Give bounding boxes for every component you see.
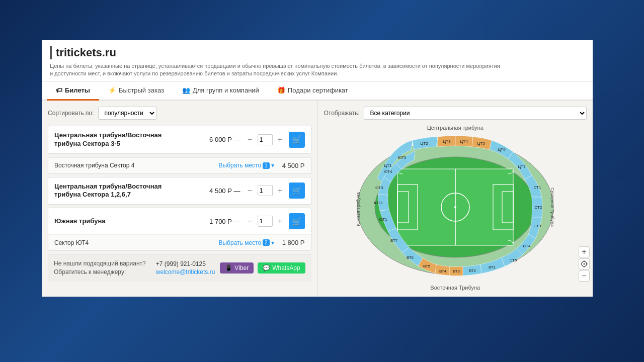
ticket-row-1-main: Центральная трибуна/Восточнаятрибуна Сек… [48, 126, 311, 153]
svg-text:СТ3: СТ3 [533, 224, 541, 228]
svg-text:ЦТ1: ЦТ1 [384, 163, 392, 168]
zoom-controls: + − [579, 246, 590, 282]
select-place-label-yt4: Выбрать место [218, 239, 261, 246]
ticket-group-3: Южная трибуна 1 700 Р — − + 🛒 Сектор ЮТ4… [48, 208, 311, 251]
stadium-map[interactable]: ЦТ1 ЦТ2 ЦТ3 ЦТ4 ЦТ5 ЦТ6 [324, 133, 587, 284]
svg-text:ЦТ4: ЦТ4 [460, 139, 468, 144]
qty-minus-1[interactable]: − [245, 134, 256, 145]
qty-plus-2[interactable]: + [275, 185, 286, 196]
svg-text:ВТ2: ВТ2 [469, 268, 476, 273]
disclaimer: Цены на билеты, указанные на странице, у… [50, 62, 503, 78]
svg-text:ЦТ3: ЦТ3 [443, 139, 451, 144]
support-email[interactable]: welcome@tritickets.ru [156, 268, 215, 276]
svg-text:ЮТ4: ЮТ4 [383, 169, 392, 174]
sub-row-yt4: Сектор ЮТ4 Выбрать место 2 ▾ 1 800 Р [48, 234, 311, 250]
svg-text:ЮТ3: ЮТ3 [374, 186, 383, 190]
svg-text:СТ4: СТ4 [523, 244, 530, 248]
svg-text:ЦТ7: ЦТ7 [518, 164, 526, 169]
yt4-badge: 2 [263, 239, 270, 246]
qty-input-3[interactable] [258, 216, 273, 227]
ticket-name-2: Центральная трибуна/Восточнаятрибуна Сек… [54, 183, 209, 200]
stadium-label-bottom: Восточная Трибуна [324, 285, 587, 291]
cart-btn-3[interactable]: 🛒 [289, 213, 305, 229]
sub-name-yt4: Сектор ЮТ4 [54, 239, 218, 246]
target-icon [581, 260, 588, 267]
tab-tickets[interactable]: 🏷 Билеты [47, 81, 99, 101]
svg-text:ВТ6: ВТ6 [407, 255, 414, 260]
sort-select[interactable]: популярности цене (возр.) цене (убыв.) [98, 107, 156, 120]
ticket-group-1: Центральная трибуна/Восточнаятрибуна Сек… [48, 126, 311, 154]
sort-label: Сортировать по: [48, 110, 94, 117]
stadium-svg: ЦТ1 ЦТ2 ЦТ3 ЦТ4 ЦТ5 ЦТ6 [350, 133, 561, 284]
whatsapp-icon: 💬 [263, 264, 270, 272]
sector4-badge: 1 [263, 162, 270, 169]
svg-text:Южная Трибуна: Южная Трибуна [356, 192, 361, 226]
qty-minus-2[interactable]: − [245, 185, 256, 196]
zoom-in-button[interactable]: + [579, 246, 590, 257]
qty-minus-3[interactable]: − [245, 216, 256, 227]
svg-text:ЦТ2: ЦТ2 [420, 141, 428, 146]
ticket-price-2: 4 500 Р — [209, 187, 240, 195]
qty-plus-1[interactable]: + [275, 134, 286, 145]
svg-text:СТ2: СТ2 [534, 205, 542, 210]
svg-text:ЮТ1: ЮТ1 [378, 217, 387, 222]
qty-controls-2: − + [245, 185, 286, 196]
filter-label: Отображать: [324, 110, 360, 117]
qty-controls-3: − + [245, 216, 286, 227]
svg-text:ЦТ5: ЦТ5 [477, 141, 485, 146]
select-place-yt4[interactable]: Выбрать место 2 ▾ [218, 239, 274, 246]
sub-name-sector4: Восточная трибуна Сектор 4 [54, 162, 218, 169]
ticket-name-1: Центральная трибуна/Восточнаятрибуна Сек… [54, 131, 209, 148]
tab-quick-order[interactable]: ⚡ Быстрый заказ [99, 81, 173, 101]
qty-controls-1: − + [245, 134, 286, 145]
cart-btn-1[interactable]: 🛒 [289, 132, 305, 148]
cart-btn-2[interactable]: 🛒 [289, 183, 305, 199]
tab-certificate[interactable]: 🎁 Подари сертификат [268, 81, 357, 101]
ticket-name-3: Южная трибуна [54, 217, 209, 226]
whatsapp-button[interactable]: 💬 WhatsApp [258, 262, 305, 274]
qty-plus-3[interactable]: + [275, 216, 286, 227]
select-place-label: Выбрать место [218, 162, 261, 169]
support-text: Не нашли подходящий вариант?Обратитесь к… [54, 259, 151, 277]
ticket-subrow-sector4: Восточная трибуна Сектор 4 Выбрать место… [48, 157, 311, 174]
ticket-row-3-main: Южная трибуна 1 700 Р — − + 🛒 [48, 208, 311, 234]
chevron-icon: ▾ [271, 162, 274, 169]
filter-select[interactable]: Все категории Центральная трибуна Южная … [364, 107, 587, 120]
ticket-row-2-main: Центральная трибуна/Восточнаятрибуна Сек… [48, 177, 311, 205]
main-container: tritickets.ru Цены на билеты, указанные … [42, 40, 593, 297]
zoom-target-button[interactable] [579, 258, 590, 269]
support-phone: +7 (999) 921-0125 [156, 260, 215, 267]
chevron-icon-yt4: ▾ [271, 239, 274, 246]
site-title: tritickets.ru [50, 46, 585, 59]
viber-button[interactable]: 📱 Viber [220, 262, 254, 274]
content-area: Сортировать по: популярности цене (возр.… [42, 101, 593, 297]
sub-row-sector4: Восточная трибуна Сектор 4 Выбрать место… [48, 157, 311, 173]
groups-icon: 👥 [182, 86, 190, 94]
svg-text:ВТ4: ВТ4 [439, 269, 447, 274]
svg-text:ЮТ5: ЮТ5 [397, 155, 407, 160]
qty-input-1[interactable] [258, 134, 273, 145]
contact-info: +7 (999) 921-0125 welcome@tritickets.ru [156, 260, 215, 276]
certificate-icon: 🎁 [277, 86, 285, 94]
header-bar: tritickets.ru Цены на билеты, указанные … [42, 40, 593, 81]
svg-text:СТ1: СТ1 [533, 185, 541, 190]
qty-input-2[interactable] [258, 185, 273, 196]
right-panel: Отображать: Все категории Центральная тр… [317, 101, 593, 297]
svg-text:СТ5: СТ5 [509, 258, 517, 262]
svg-text:ВТ5: ВТ5 [423, 264, 431, 268]
quick-order-icon: ⚡ [108, 86, 116, 94]
ticket-price-3: 1 700 Р — [209, 218, 240, 225]
svg-point-37 [584, 263, 585, 264]
messenger-btns: 📱 Viber 💬 WhatsApp [220, 262, 305, 274]
svg-text:ВТ7: ВТ7 [390, 238, 398, 243]
ticket-price-1: 6 000 Р — [209, 136, 240, 143]
tab-groups[interactable]: 👥 Для групп и компаний [173, 81, 268, 101]
select-place-sector4[interactable]: Выбрать место 1 ▾ [218, 162, 274, 169]
svg-text:ВТ3: ВТ3 [453, 269, 460, 274]
svg-text:ЦТ6: ЦТ6 [498, 147, 506, 152]
zoom-out-button[interactable]: − [579, 270, 590, 282]
support-bar: Не нашли подходящий вариант?Обратитесь к… [48, 254, 311, 282]
svg-text:ЮТ2: ЮТ2 [374, 201, 383, 205]
ticket-icon: 🏷 [56, 86, 62, 94]
sub-price-sector4: 4 500 Р [282, 162, 305, 169]
